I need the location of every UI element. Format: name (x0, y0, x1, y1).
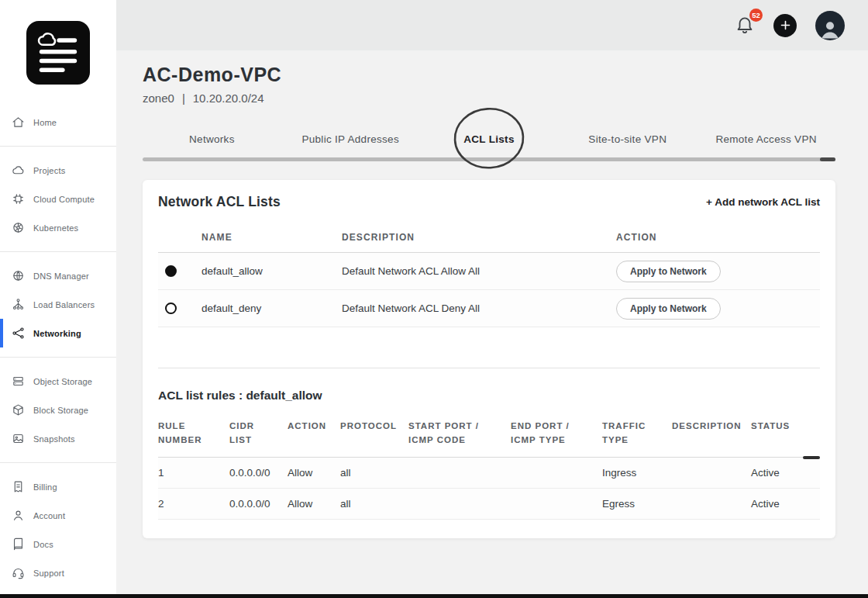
sidebar-item-label: Billing (33, 482, 57, 492)
networking-icon (12, 327, 25, 340)
projects-icon (12, 164, 25, 177)
sidebar-item-label: Snapshots (33, 434, 75, 444)
rule-number: 2 (158, 498, 229, 510)
page-content: AC-Demo-VPC zone0 | 10.20.20.0/24 Networ… (116, 50, 868, 598)
sidebar-item-block-storage[interactable]: Block Storage (0, 396, 116, 424)
cidr-label: 10.20.20.0/24 (193, 92, 264, 105)
rule-traffic-type: Egress (602, 498, 672, 510)
acl-table-header: Name Description Action (158, 232, 820, 253)
rule-status: Active (751, 498, 820, 510)
notification-badge: 52 (749, 9, 763, 22)
sidebar-item-cloud-compute[interactable]: Cloud Compute (0, 185, 116, 213)
page-title: AC-Demo-VPC (143, 64, 835, 86)
cidr-list: 0.0.0.0/0 (229, 498, 288, 510)
sidebar-item-dns-manager[interactable]: DNS Manager (0, 261, 116, 290)
support-icon (12, 566, 25, 579)
column-header-start-port: Start Port / ICMP Code (408, 420, 489, 448)
tab-public-ip-addresses[interactable]: Public IP Addresses (281, 126, 420, 152)
sidebar-item-label: DNS Manager (33, 271, 89, 281)
acl-description: Default Network ACL Deny All (342, 302, 616, 314)
rule-action: Allow (288, 498, 340, 510)
sidebar-item-load-balancers[interactable]: Load Balancers (0, 290, 116, 319)
sidebar-item-snapshots[interactable]: Snapshots (0, 424, 116, 453)
sidebar-item-label: Home (33, 118, 57, 127)
sidebar: Home Projects Cloud Compute Kubernetes D… (0, 0, 116, 598)
rule-protocol: all (340, 498, 408, 510)
create-button[interactable] (773, 14, 797, 37)
avatar[interactable] (815, 11, 845, 40)
sidebar-item-home[interactable]: Home (0, 108, 116, 137)
tabs-scrollbar-thumb[interactable] (820, 157, 835, 161)
account-icon (12, 509, 25, 522)
plus-icon (780, 19, 791, 31)
user-silhouette-icon (818, 17, 842, 40)
table-row: 2 0.0.0.0/0 Allow all Egress Active (158, 489, 820, 520)
column-header-name: Name (202, 232, 342, 243)
column-header-traffic-type: Traffic Type (602, 420, 656, 448)
acl-lists-card: Network ACL Lists + Add network ACL list… (143, 180, 835, 538)
apply-to-network-button[interactable]: Apply to Network (616, 298, 721, 320)
dns-manager-icon (12, 269, 25, 282)
rule-status: Active (751, 467, 820, 479)
tab-networks[interactable]: Networks (143, 126, 281, 152)
sidebar-item-label: Docs (33, 540, 53, 549)
notifications-button[interactable]: 52 (735, 14, 755, 37)
sidebar-item-billing[interactable]: Billing (0, 472, 116, 501)
sidebar-item-label: Load Balancers (33, 300, 95, 309)
column-header-description: Description (672, 420, 751, 434)
acl-name: default_allow (202, 265, 342, 277)
sidebar-divider (0, 462, 116, 463)
sidebar-item-label: Object Storage (33, 377, 92, 386)
sidebar-item-support[interactable]: Support (0, 558, 116, 587)
tab-remote-access-vpn[interactable]: Remote Access VPN (697, 126, 835, 152)
column-header-status: Status (751, 420, 820, 434)
app-logo[interactable] (26, 21, 90, 85)
sidebar-item-docs[interactable]: Docs (0, 530, 116, 558)
card-divider (158, 368, 820, 368)
column-header-end-port: End Port / ICMP Type (511, 420, 582, 448)
table-row: 1 0.0.0.0/0 Allow all Ingress Active (158, 458, 820, 489)
rules-section-title: ACL list rules : default_allow (158, 389, 820, 403)
object-storage-icon (12, 375, 25, 388)
block-storage-icon (12, 403, 25, 417)
load-balancers-icon (12, 298, 25, 311)
sidebar-nav: Home Projects Cloud Compute Kubernetes D… (0, 108, 116, 587)
cloud-compute-icon (12, 192, 25, 206)
app-root: Home Projects Cloud Compute Kubernetes D… (0, 0, 868, 598)
add-acl-list-link[interactable]: + Add network ACL list (706, 196, 820, 208)
rule-number: 1 (158, 467, 229, 479)
tab-bar: Networks Public IP Addresses ACL Lists S… (143, 126, 835, 152)
billing-icon (12, 480, 25, 493)
kubernetes-icon (12, 221, 25, 234)
docs-icon (12, 538, 25, 551)
column-header-protocol: Protocol (340, 420, 408, 434)
table-row: default_deny Default Network ACL Deny Al… (158, 290, 820, 327)
sidebar-item-kubernetes[interactable]: Kubernetes (0, 213, 116, 242)
topbar: 52 (116, 0, 868, 50)
tab-acl-lists[interactable]: ACL Lists (420, 126, 559, 152)
tab-site-to-site-vpn[interactable]: Site-to-site VPN (558, 126, 697, 152)
column-header-action: Action (288, 420, 340, 434)
card-title: Network ACL Lists (158, 194, 281, 210)
main-column: 52 AC-Demo-VPC zone0 | 10.20.20.0/24 Net… (116, 0, 868, 598)
sidebar-item-label: Kubernetes (33, 223, 78, 233)
rule-traffic-type: Ingress (602, 467, 672, 479)
sidebar-divider (0, 251, 116, 252)
sidebar-item-account[interactable]: Account (0, 501, 116, 530)
sidebar-item-label: Cloud Compute (33, 195, 95, 204)
sidebar-item-networking[interactable]: Networking (0, 319, 116, 347)
sidebar-divider (0, 146, 116, 147)
sidebar-item-label: Block Storage (33, 406, 88, 415)
sidebar-divider (0, 357, 116, 358)
sidebar-item-projects[interactable]: Projects (0, 156, 116, 185)
apply-to-network-button[interactable]: Apply to Network (616, 261, 721, 282)
zone-label: zone0 (143, 92, 174, 105)
rules-table-scrollbar-thumb[interactable] (803, 456, 820, 459)
page-subtitle: zone0 | 10.20.20.0/24 (143, 92, 835, 105)
radio-default-allow[interactable] (165, 265, 177, 277)
rule-protocol: all (340, 467, 408, 479)
sidebar-item-label: Support (33, 569, 64, 578)
radio-default-deny[interactable] (165, 302, 177, 314)
home-icon (12, 116, 25, 129)
sidebar-item-object-storage[interactable]: Object Storage (0, 367, 116, 396)
